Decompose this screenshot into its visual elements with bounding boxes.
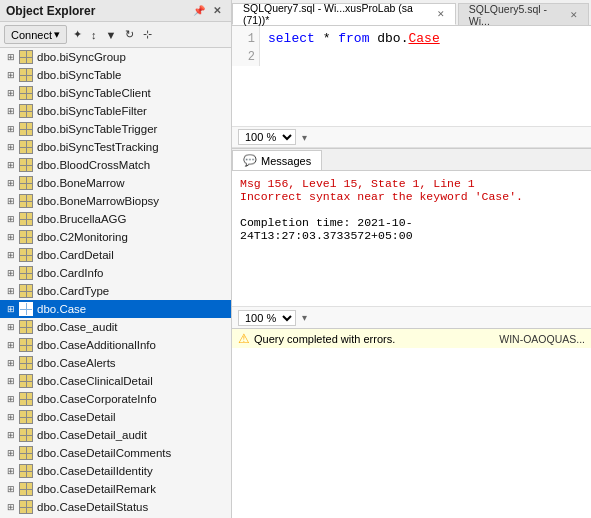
tree-item-label: dbo.CardType bbox=[37, 285, 109, 297]
tree-item-label: dbo.CaseCorporateInfo bbox=[37, 393, 157, 405]
tree-item-label: dbo.CaseDetailStatus bbox=[37, 501, 148, 513]
object-explorer-header: Object Explorer 📌 ✕ bbox=[0, 0, 231, 22]
tab-sqlquery7[interactable]: SQLQuery7.sql - Wi...xusProLab (sa (71))… bbox=[232, 3, 456, 25]
table-icon bbox=[18, 139, 34, 155]
warning-icon: ⚠ bbox=[238, 331, 250, 346]
editor-zoom-select[interactable]: 100 % 75 % 125 % bbox=[238, 129, 296, 145]
line-numbers: 1 2 bbox=[232, 26, 260, 66]
messages-tab[interactable]: 💬 Messages bbox=[232, 150, 322, 170]
table-icon bbox=[18, 103, 34, 119]
tree-item-1[interactable]: ⊞dbo.biSyncGroup bbox=[0, 48, 231, 66]
code-content[interactable]: select * from dbo.Case bbox=[232, 26, 591, 126]
connect-button[interactable]: Connect ▾ bbox=[4, 25, 67, 44]
expand-icon: ⊞ bbox=[4, 446, 18, 460]
object-explorer-tree[interactable]: ⊞dbo.biSyncGroup⊞dbo.biSyncTable⊞dbo.biS… bbox=[0, 48, 231, 518]
keyword-select: select bbox=[268, 31, 315, 46]
tree-item-6[interactable]: ⊞dbo.biSyncTestTracking bbox=[0, 138, 231, 156]
tree-item-20[interactable]: ⊞dbo.CaseCorporateInfo bbox=[0, 390, 231, 408]
tree-item-11[interactable]: ⊞dbo.C2Monitoring bbox=[0, 228, 231, 246]
tree-item-23[interactable]: ⊞dbo.CaseDetailComments bbox=[0, 444, 231, 462]
object-explorer-panel: Object Explorer 📌 ✕ Connect ▾ ✦ ↕ ▼ ↻ ⊹ … bbox=[0, 0, 232, 518]
tree-item-label: dbo.CaseAdditionalInfo bbox=[37, 339, 156, 351]
expand-icon: ⊞ bbox=[4, 500, 18, 514]
tree-item-label: dbo.biSyncGroup bbox=[37, 51, 126, 63]
tree-item-9[interactable]: ⊞dbo.BoneMarrowBiopsy bbox=[0, 192, 231, 210]
messages-content: Msg 156, Level 15, State 1, Line 1Incorr… bbox=[232, 171, 591, 306]
tree-item-14[interactable]: ⊞dbo.CardType bbox=[0, 282, 231, 300]
tree-item-10[interactable]: ⊞dbo.BrucellaAGG bbox=[0, 210, 231, 228]
tree-item-12[interactable]: ⊞dbo.CardDetail bbox=[0, 246, 231, 264]
message-line: Completion time: 2021-10-24T13:27:03.373… bbox=[240, 216, 583, 242]
table-icon bbox=[18, 49, 34, 65]
tree-item-3[interactable]: ⊞dbo.biSyncTableClient bbox=[0, 84, 231, 102]
table-icon bbox=[18, 85, 34, 101]
expand-icon: ⊞ bbox=[4, 104, 18, 118]
tree-item-2[interactable]: ⊞dbo.biSyncTable bbox=[0, 66, 231, 84]
tree-item-label: dbo.CaseDetail_audit bbox=[37, 429, 147, 441]
tab-label-sqlquery5: SQLQuery5.sql - Wi... bbox=[469, 3, 566, 27]
tab-close-sqlquery5[interactable]: ✕ bbox=[570, 10, 578, 20]
expand-icon: ⊞ bbox=[4, 428, 18, 442]
message-line: Incorrect syntax near the keyword 'Case'… bbox=[240, 190, 583, 203]
tree-item-label: dbo.Case bbox=[37, 303, 86, 315]
disconnect-button[interactable]: ✦ bbox=[70, 26, 85, 43]
tree-item-7[interactable]: ⊞dbo.BloodCrossMatch bbox=[0, 156, 231, 174]
keyword-from: from bbox=[338, 31, 369, 46]
sort-button[interactable]: ↕ bbox=[88, 27, 100, 43]
expand-icon: ⊞ bbox=[4, 122, 18, 136]
tree-item-16[interactable]: ⊞dbo.Case_audit bbox=[0, 318, 231, 336]
tree-item-19[interactable]: ⊞dbo.CaseClinicalDetail bbox=[0, 372, 231, 390]
zoom-arrow[interactable]: ▾ bbox=[302, 132, 307, 143]
table-icon bbox=[18, 481, 34, 497]
table-icon bbox=[18, 67, 34, 83]
tree-item-18[interactable]: ⊞dbo.CaseAlerts bbox=[0, 354, 231, 372]
tree-item-label: dbo.CardDetail bbox=[37, 249, 114, 261]
expand-icon: ⊞ bbox=[4, 284, 18, 298]
messages-zoom-select[interactable]: 100 % bbox=[238, 310, 296, 326]
tree-item-4[interactable]: ⊞dbo.biSyncTableFilter bbox=[0, 102, 231, 120]
object-explorer-title: Object Explorer bbox=[6, 4, 95, 18]
server-info: WIN-OAOQUAS... bbox=[499, 333, 585, 345]
tree-item-17[interactable]: ⊞dbo.CaseAdditionalInfo bbox=[0, 336, 231, 354]
table-icon bbox=[18, 175, 34, 191]
code-line-1: select * from dbo.Case bbox=[268, 30, 583, 48]
tree-item-26[interactable]: ⊞dbo.CaseDetailStatus bbox=[0, 498, 231, 516]
tree-item-21[interactable]: ⊞dbo.CaseDetail bbox=[0, 408, 231, 426]
table-icon bbox=[18, 247, 34, 263]
tree-item-24[interactable]: ⊞dbo.CaseDetailIdentity bbox=[0, 462, 231, 480]
messages-zoom-arrow[interactable]: ▾ bbox=[302, 312, 307, 323]
table-icon bbox=[18, 355, 34, 371]
code-editor[interactable]: 1 2 select * from dbo.Case bbox=[232, 26, 591, 126]
tree-item-5[interactable]: ⊞dbo.biSyncTableTrigger bbox=[0, 120, 231, 138]
editor-zoom-row: 100 % 75 % 125 % ▾ bbox=[232, 126, 591, 148]
tree-item-label: dbo.CaseAlerts bbox=[37, 357, 116, 369]
table-icon bbox=[18, 499, 34, 515]
tab-sqlquery5[interactable]: SQLQuery5.sql - Wi... ✕ bbox=[458, 3, 589, 25]
tree-item-8[interactable]: ⊞dbo.BoneMarrow bbox=[0, 174, 231, 192]
tree-item-label: dbo.CaseDetail bbox=[37, 411, 116, 423]
expand-icon: ⊞ bbox=[4, 68, 18, 82]
expand-icon: ⊞ bbox=[4, 464, 18, 478]
tree-item-25[interactable]: ⊞dbo.CaseDetailRemark bbox=[0, 480, 231, 498]
expand-icon: ⊞ bbox=[4, 176, 18, 190]
status-bar: ⚠ Query completed with errors. WIN-OAOQU… bbox=[232, 328, 591, 348]
tab-close-sqlquery7[interactable]: ✕ bbox=[437, 9, 445, 19]
close-panel-icon[interactable]: ✕ bbox=[209, 3, 225, 19]
table-icon bbox=[18, 463, 34, 479]
expand-icon: ⊞ bbox=[4, 212, 18, 226]
table-icon bbox=[18, 373, 34, 389]
expand-icon: ⊞ bbox=[4, 356, 18, 370]
refresh-button[interactable]: ↻ bbox=[122, 26, 137, 43]
new-query-button[interactable]: ⊹ bbox=[140, 26, 155, 43]
filter-button[interactable]: ▼ bbox=[102, 27, 119, 43]
table-icon bbox=[18, 319, 34, 335]
tree-item-label: dbo.CaseDetailRemark bbox=[37, 483, 156, 495]
tree-item-22[interactable]: ⊞dbo.CaseDetail_audit bbox=[0, 426, 231, 444]
expand-icon: ⊞ bbox=[4, 482, 18, 496]
expand-icon: ⊞ bbox=[4, 248, 18, 262]
table-icon bbox=[18, 121, 34, 137]
tree-item-15[interactable]: ⊞dbo.Case bbox=[0, 300, 231, 318]
tree-item-13[interactable]: ⊞dbo.CardInfo bbox=[0, 264, 231, 282]
pin-icon[interactable]: 📌 bbox=[191, 3, 207, 19]
expand-icon: ⊞ bbox=[4, 320, 18, 334]
